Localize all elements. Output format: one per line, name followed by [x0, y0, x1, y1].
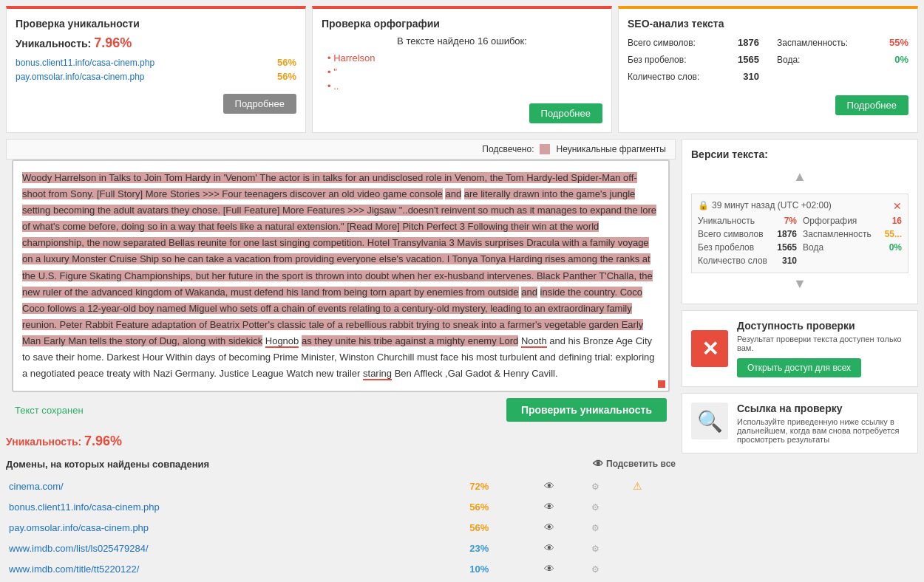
domain-row-2: pay.omsolar.info/casa-cinem.php 56% 👁 ⚙ — [6, 517, 676, 538]
promo-access-button[interactable]: Открыть доступ для всех — [737, 358, 861, 377]
promo-link-body: Используйте приведенную ниже ссылку в да… — [737, 417, 908, 444]
domain-url-1[interactable]: bonus.client11.info/casa-cinem.php — [9, 501, 160, 513]
uniqueness-result-header: Уникальность: 7.96% — [16, 35, 296, 51]
top-domain-row-2: pay.omsolar.info/casa-cinem.php 56% — [16, 71, 296, 82]
version-total-row: Всего символов 1876 — [698, 228, 797, 240]
highlighted-text-2: and — [445, 188, 461, 199]
domain-url-2[interactable]: pay.omsolar.info/casa-cinem.php — [9, 522, 149, 533]
seo-total-chars-value: 1876 — [738, 37, 759, 48]
spell-panel: Проверка орфографии В тексте найдено 16 … — [312, 6, 612, 133]
version-spam-value: 55... — [885, 229, 902, 239]
version-stats: Уникальность 7% Орфография 16 Всего симв… — [698, 215, 902, 267]
seo-no-spaces-value: 1565 — [738, 54, 759, 65]
spell-panel-title: Проверка орфографии — [322, 18, 602, 30]
eye-icon-1[interactable]: 👁 — [544, 501, 554, 513]
seo-words-row: Количество слов: 310 — [628, 69, 759, 83]
promo-access-title: Доступность проверки — [737, 320, 908, 332]
top-domain-link-1[interactable]: bonus.client11.info/casa-cinem.php — [16, 58, 154, 68]
version-total-value: 1876 — [777, 229, 797, 239]
highlight-bar: Подсвечено: Неуникальные фрагменты — [6, 139, 676, 160]
domain-row-0: cinema.com/ 72% 👁 ⚙ ⚠ — [6, 476, 676, 496]
text-editor-footer: Текст сохранен Проверить уникальность — [12, 392, 670, 428]
eye-icon-2[interactable]: 👁 — [544, 521, 554, 533]
check-uniqueness-button[interactable]: Проверить уникальность — [506, 398, 667, 422]
version-spell-value: 16 — [892, 216, 902, 226]
underlined-text-2: Nooth — [521, 335, 547, 348]
spell-more-button[interactable]: Подробнее — [529, 103, 602, 123]
seo-spam-value: 55% — [889, 37, 908, 48]
red-corner-indicator — [658, 380, 665, 388]
text-saved-label: Текст сохранен — [15, 405, 84, 416]
domain-pct-2: 56% — [469, 522, 489, 533]
uniqueness-result-header-value: 7.96% — [94, 35, 132, 50]
top-panels: Проверка уникальности Уникальность: 7.96… — [0, 0, 924, 139]
seo-spam-row: Заспамленность: 55% — [777, 35, 908, 49]
highlight-all-link[interactable]: 👁 Подсветить все — [593, 458, 676, 470]
normal-text-2: Ben Affleck ,Gal Gadot & Henry Cavill. — [395, 368, 558, 379]
seo-words-label: Количество слов: — [628, 72, 699, 82]
domains-section: Домены, на которых найдены совпадения 👁 … — [6, 458, 676, 579]
version-time-text: 39 минут назад (UTC +02:00) — [712, 200, 832, 210]
spell-error-list: Harrelson " .. — [327, 52, 602, 92]
seo-no-spaces-label: Без пробелов: — [628, 55, 687, 65]
version-close-button[interactable]: ✕ — [893, 200, 902, 212]
version-spell-row: Орфография 16 — [803, 215, 902, 227]
editor-text: Woody Harrelson in Talks to Join Tom Har… — [22, 170, 659, 382]
eye-icon-0[interactable]: 👁 — [544, 480, 554, 492]
seo-water-label: Вода: — [777, 55, 800, 65]
seo-spam-label: Заспамленность: — [777, 38, 848, 48]
seo-more-button[interactable]: Подробнее — [835, 95, 908, 115]
results-uniqueness-label: Уникальность: — [6, 436, 81, 448]
spell-panel-subtitle: В тексте найдено 16 ошибок: — [322, 35, 602, 47]
eye-icon: 👁 — [593, 458, 603, 470]
domain-url-3[interactable]: www.imdb.com/list/ls025479284/ — [9, 543, 149, 554]
promo-access-text: Доступность проверки Результат проверки … — [737, 320, 908, 377]
domain-pct-4: 10% — [469, 564, 489, 575]
seo-words-value: 310 — [743, 71, 759, 82]
version-total-label: Всего символов — [698, 229, 764, 239]
main-content: Подсвечено: Неуникальные фрагменты Woody… — [0, 139, 924, 582]
gear-icon-4: ⚙ — [591, 564, 599, 575]
version-nospaces-row: Без пробелов 1565 — [698, 242, 797, 253]
seo-panel-title: SEO-анализ текста — [628, 18, 908, 30]
top-domain-links: bonus.client11.info/casa-cinem.php 56% p… — [16, 57, 296, 82]
highlight-label: Подсвечено: — [482, 144, 534, 154]
domain-url-0[interactable]: cinema.com/ — [9, 481, 64, 492]
domain-pct-1: 56% — [469, 501, 489, 513]
seo-total-chars-row: Всего символов: 1876 — [628, 35, 759, 49]
lock-icon: 🔒 — [698, 200, 709, 210]
versions-title: Версии текста: — [691, 148, 908, 160]
version-card: 🔒 39 минут назад (UTC +02:00) ✕ Уникальн… — [691, 194, 908, 273]
text-editor[interactable]: Woody Harrelson in Talks to Join Tom Har… — [12, 160, 670, 392]
domain-url-4[interactable]: www.imdb.com/title/tt5220122/ — [9, 564, 139, 575]
eye-icon-4[interactable]: 👁 — [544, 563, 554, 575]
top-domain-pct-1: 56% — [277, 57, 296, 68]
top-domain-link-2[interactable]: pay.omsolar.info/casa-cinem.php — [16, 72, 145, 82]
left-content: Подсвечено: Неуникальные фрагменты Woody… — [6, 139, 676, 582]
version-words-value: 310 — [782, 256, 797, 266]
highlighted-text-6: as they unite his tribe against a mighty… — [302, 335, 518, 346]
top-domain-row-1: bonus.client11.info/casa-cinem.php 56% — [16, 57, 296, 68]
domain-pct-0: 72% — [469, 481, 489, 492]
uniqueness-more-button[interactable]: Подробнее — [223, 94, 296, 114]
gear-icon-0: ⚙ — [591, 482, 599, 492]
promo-access-card: ✕ Доступность проверки Результат проверк… — [682, 310, 918, 387]
chevron-down-icon[interactable] — [691, 273, 908, 295]
version-water-label: Вода — [803, 242, 823, 253]
seo-panel: SEO-анализ текста Всего символов: 1876 З… — [618, 6, 918, 133]
version-uniqueness-label: Уникальность — [698, 216, 755, 226]
domains-table: cinema.com/ 72% 👁 ⚙ ⚠ bonus.client11.inf… — [6, 476, 676, 579]
gear-icon-2: ⚙ — [591, 523, 599, 533]
version-spell-label: Орфография — [803, 216, 857, 226]
highlight-all-text: Подсветить все — [606, 459, 676, 469]
eye-icon-3[interactable]: 👁 — [544, 542, 554, 554]
highlighted-text-3: are literally drawn into the game's jung… — [22, 188, 656, 298]
warn-icon-0: ⚠ — [633, 480, 642, 492]
version-uniqueness-row: Уникальность 7% — [698, 215, 797, 227]
spell-error-2: " — [327, 66, 602, 78]
right-sidebar: Версии текста: 🔒 39 минут назад (UTC +02… — [682, 139, 918, 582]
chevron-up-icon[interactable] — [691, 166, 908, 188]
gear-icon-1: ⚙ — [591, 502, 599, 513]
uniqueness-result-header-label: Уникальность: — [16, 38, 91, 49]
highlight-filter-label: Неуникальные фрагменты — [556, 144, 666, 154]
